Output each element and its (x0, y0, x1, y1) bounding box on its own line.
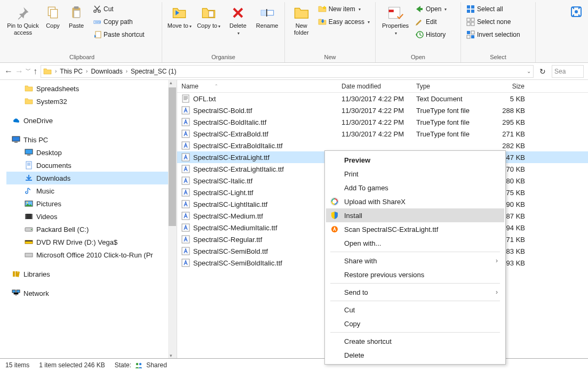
tree-item[interactable]: System32 (6, 95, 177, 108)
properties-button[interactable]: Properties▾ (379, 3, 412, 38)
tree-item[interactable]: Spreadsheets (6, 82, 177, 95)
tree-item[interactable]: Videos (6, 210, 177, 223)
file-name: SpectralSC-BoldItalic.ttf (193, 118, 266, 126)
tree-item[interactable]: Libraries (6, 268, 177, 280)
tree-item[interactable]: Downloads (6, 172, 177, 184)
new-folder-icon (293, 4, 310, 21)
delete-icon (229, 4, 247, 21)
cm-restore[interactable]: Restore previous versions (326, 268, 504, 281)
new-item-button[interactable]: New item▾ (316, 3, 372, 15)
copy-path-button[interactable]: Copy path (91, 16, 147, 28)
file-size: 271 KB (481, 130, 529, 138)
breadcrumb-segment[interactable]: This PC (60, 68, 83, 75)
file-row[interactable]: OFL.txt11/30/2017 4:22 PMText Document5 … (177, 93, 588, 104)
tree-item-icon (12, 116, 20, 125)
cm-upload-sharex[interactable]: Upload with ShareX (326, 195, 504, 208)
tree-item[interactable]: Documents (6, 159, 177, 172)
history-button[interactable]: History (413, 29, 449, 41)
tree-item[interactable]: Music (6, 184, 177, 197)
delete-button[interactable]: Delete▾ (224, 3, 252, 38)
tree-item[interactable]: Microsoft Office 2010 Click-to-Run (Pr (6, 248, 177, 261)
pin-to-quick-access-button[interactable]: Pin to Quick access (5, 3, 41, 37)
tree-item[interactable]: Network (6, 287, 177, 300)
up-button[interactable]: ↑ (33, 67, 37, 76)
expand-ribbon-icon[interactable] (570, 5, 583, 18)
file-name: SpectralSC-Italic.ttf (193, 177, 252, 185)
cm-create-shortcut[interactable]: Create shortcut (326, 334, 504, 348)
cm-send-to[interactable]: Send to› (326, 285, 504, 299)
scrollbar-thumb[interactable] (169, 87, 176, 226)
cm-delete[interactable]: Delete (326, 348, 504, 362)
select-all-button[interactable]: Select all (464, 3, 522, 15)
tree-scrollbar[interactable]: ▴ ▾ (168, 80, 177, 358)
paste-shortcut-button[interactable]: Paste shortcut (91, 29, 147, 41)
tree-item[interactable]: Desktop (6, 146, 177, 159)
tree-item-icon (12, 270, 20, 278)
navigation-bar: ← → ﹀ ↑ › This PC› Downloads› Spectral_S… (0, 63, 588, 80)
paste-button[interactable]: Paste (65, 3, 88, 30)
select-all-icon (466, 5, 475, 13)
group-open-label: Open (379, 54, 457, 61)
breadcrumb-segment[interactable]: Spectral_SC (1) (131, 68, 176, 75)
breadcrumb-segment[interactable]: Downloads (91, 68, 122, 75)
easy-access-button[interactable]: Easy access▾ (316, 16, 372, 28)
tree-item[interactable]: DVD RW Drive (D:) Vega$ (6, 236, 177, 248)
file-row[interactable]: SpectralSC-Bold.ttf11/30/2017 4:22 PMTru… (177, 104, 588, 116)
column-type[interactable]: Type (412, 80, 481, 92)
copy-to-icon (200, 4, 217, 21)
cm-open-with[interactable]: Open with... (326, 236, 504, 250)
column-name[interactable]: Name⌃ (177, 80, 337, 92)
forward-button[interactable]: → (15, 67, 23, 76)
file-type: TrueType font file (412, 130, 481, 138)
rename-icon (259, 4, 276, 21)
tree-item-icon (25, 238, 33, 246)
invert-icon (466, 30, 475, 39)
cm-preview[interactable]: Preview (326, 153, 504, 167)
file-row[interactable]: SpectralSC-BoldItalic.ttf11/30/2017 4:22… (177, 116, 588, 128)
file-icon (181, 165, 190, 173)
back-button[interactable]: ← (4, 67, 13, 76)
address-dropdown[interactable]: ⌄ (527, 68, 531, 74)
cm-add-to-games[interactable]: Add To games (326, 181, 504, 195)
tree-item[interactable]: This PC (6, 133, 177, 146)
tree-item-icon (25, 251, 33, 259)
file-row[interactable]: SpectralSC-ExtraBold.ttf11/30/2017 4:22 … (177, 128, 588, 140)
invert-selection-button[interactable]: Invert selection (464, 29, 522, 41)
recent-dropdown[interactable]: ﹀ (26, 67, 31, 76)
cm-install[interactable]: Install (326, 208, 504, 222)
cm-share-with[interactable]: Share with› (326, 254, 504, 268)
edit-button[interactable]: Edit (413, 16, 449, 28)
file-icon (181, 141, 190, 150)
refresh-button[interactable]: ↻ (537, 67, 549, 76)
open-button[interactable]: Open▾ (413, 3, 449, 15)
file-size: 288 KB (481, 107, 529, 115)
status-selection: 1 item selected 246 KB (39, 361, 105, 369)
tree-item[interactable]: OneDrive (6, 114, 177, 127)
rename-button[interactable]: Rename (253, 3, 281, 30)
tree-item-label: Music (36, 187, 54, 195)
easy-access-icon (318, 18, 327, 26)
search-input[interactable]: Sea (552, 65, 584, 78)
file-row[interactable]: SpectralSC-ExtraBoldItalic.ttf282 KB (177, 140, 588, 151)
cut-button[interactable]: Cut (91, 3, 147, 15)
cm-scan[interactable]: Scan SpectralSC-ExtraLight.ttf (326, 222, 504, 236)
address-bar[interactable]: › This PC› Downloads› Spectral_SC (1) ⌄ (41, 65, 534, 78)
file-type: Text Document (412, 95, 481, 103)
column-date[interactable]: Date modified (337, 80, 412, 92)
tree-item[interactable]: Pictures (6, 197, 177, 210)
cm-print[interactable]: Print (326, 167, 504, 181)
new-folder-button[interactable]: New folder (288, 3, 315, 37)
select-none-button[interactable]: Select none (464, 16, 522, 28)
cm-copy[interactable]: Copy (326, 317, 504, 330)
tree-item-label: OneDrive (23, 117, 53, 125)
column-size[interactable]: Size (481, 80, 529, 92)
move-to-button[interactable]: Move to▾ (165, 3, 194, 31)
group-select-label: Select (464, 54, 532, 61)
properties-icon (387, 4, 404, 21)
file-icon (181, 153, 190, 162)
copy-button[interactable]: Copy (42, 3, 64, 30)
cm-cut[interactable]: Cut (326, 303, 504, 317)
folder-icon (43, 67, 52, 76)
tree-item[interactable]: Packard Bell (C:) (6, 223, 177, 236)
copy-to-button[interactable]: Copy to▾ (195, 3, 223, 31)
